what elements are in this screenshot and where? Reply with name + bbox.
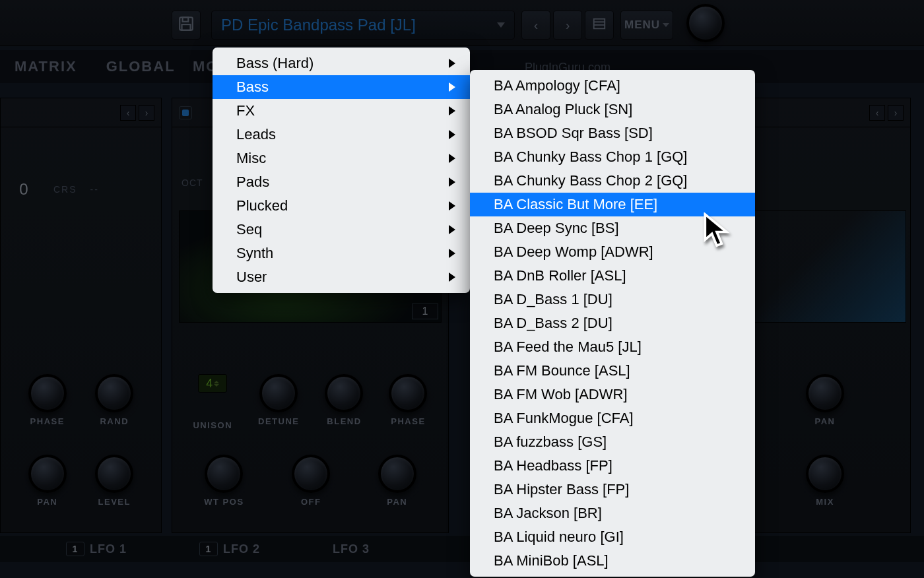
preset-label: BA FM Bounce [ASL] [494, 362, 630, 379]
preset-item[interactable]: BA Hipster Bass [FP] [470, 478, 755, 501]
lfo2-tab[interactable]: LFO 2 [223, 542, 260, 556]
rand-knob[interactable] [95, 374, 133, 412]
submenu-arrow-icon [449, 82, 455, 92]
category-item[interactable]: FX [213, 99, 470, 123]
preset-label: BA Analog Pluck [SN] [494, 101, 632, 118]
pan-knob[interactable] [378, 455, 416, 493]
list-icon [592, 16, 607, 34]
menu-button[interactable]: MENU [620, 11, 673, 40]
preset-item[interactable]: BA MiniBob [ASL] [470, 549, 755, 573]
pan-knob[interactable] [28, 455, 67, 493]
filter-mix-knob[interactable] [806, 455, 844, 493]
preset-list-button[interactable] [585, 11, 614, 40]
lfo3-tab[interactable]: LFO 3 [333, 542, 370, 556]
preset-name-dropdown[interactable]: PD Epic Bandpass Pad [JL] [211, 11, 515, 40]
category-label: Seq [236, 221, 262, 238]
oct-label: OCT [182, 177, 203, 188]
top-bar: PD Epic Bandpass Pad [JL] ‹ › MENU [0, 0, 924, 46]
blend-knob[interactable] [325, 374, 363, 412]
preset-item[interactable]: BA Headbass [FP] [470, 454, 755, 478]
svg-rect-1 [183, 17, 189, 22]
preset-label: BA Ampology [CFA] [494, 77, 620, 94]
knob-label: PAN [37, 497, 57, 507]
preset-label: BA D_Bass 1 [DU] [494, 291, 612, 308]
submenu-arrow-icon [449, 106, 455, 115]
filter-panel: ‹ › PAN MIX [739, 98, 911, 533]
wt-index-value[interactable]: 1 [412, 304, 438, 319]
preset-label: BA Headbass [FP] [494, 457, 612, 474]
category-item[interactable]: User [213, 265, 470, 289]
filter-display[interactable] [744, 210, 906, 323]
unison-stepper[interactable]: 4 [198, 374, 227, 393]
category-item[interactable]: Leads [213, 123, 470, 146]
master-knob[interactable] [686, 4, 726, 44]
osc-panel-left: ‹ › 0 CRS -- PHASE RAND PAN LEVEL [0, 98, 162, 533]
preset-item[interactable]: BA Chunky Bass Chop 2 [GQ] [470, 169, 755, 193]
preset-item[interactable]: BA Chunky Bass Chop 1 [GQ] [470, 145, 755, 169]
detune-knob[interactable] [259, 374, 298, 412]
submenu-arrow-icon [449, 201, 455, 210]
preset-item[interactable]: BA D_Bass 1 [DU] [470, 288, 755, 311]
tab-matrix[interactable]: MATRIX [0, 58, 92, 75]
lfo1-tab[interactable]: LFO 1 [90, 542, 127, 556]
next-preset-button[interactable]: › [553, 11, 582, 40]
knob-label: UNISON [193, 420, 232, 430]
preset-item[interactable]: BA Deep Womp [ADWR] [470, 240, 755, 264]
filter-pan-knob[interactable] [806, 374, 844, 412]
lfo2-count: 1 [199, 542, 218, 556]
panel-prev-button[interactable]: ‹ [120, 105, 136, 121]
phase-knob[interactable] [28, 374, 67, 412]
panel-next-button[interactable]: › [888, 105, 904, 121]
preset-item[interactable]: BA Jackson [BR] [470, 501, 755, 525]
category-label: User [236, 269, 267, 286]
preset-label: BA Deep Sync [BS] [494, 220, 619, 237]
submenu-arrow-icon [449, 249, 455, 258]
preset-item[interactable]: BA FunkMogue [CFA] [470, 406, 755, 430]
submenu-arrow-icon [449, 154, 455, 163]
submenu-arrow-icon [449, 273, 455, 282]
preset-item[interactable]: BA DnB Roller [ASL] [470, 264, 755, 288]
level-knob[interactable] [95, 455, 133, 493]
preset-item[interactable]: BA D_Bass 2 [DU] [470, 311, 755, 335]
preset-label: BA Chunky Bass Chop 1 [GQ] [494, 148, 687, 166]
category-item[interactable]: Pads [213, 170, 470, 194]
knob-label: PAN [387, 497, 407, 507]
chevron-left-icon: ‹ [534, 18, 539, 33]
preset-item[interactable]: BA BSOD Sqr Bass [SD] [470, 121, 755, 145]
category-item[interactable]: Misc [213, 146, 470, 170]
phase-knob[interactable] [389, 374, 427, 412]
unison-value: 4 [206, 375, 213, 392]
preset-item[interactable]: BA Analog Pluck [SN] [470, 98, 755, 121]
wtpos-knob[interactable] [205, 455, 243, 493]
preset-item[interactable]: BA FM Wob [ADWR] [470, 383, 755, 406]
preset-label: BA Feed the Mau5 [JL] [494, 338, 642, 356]
category-item[interactable]: Plucked [213, 194, 470, 218]
preset-item[interactable]: BA Feed the Mau5 [JL] [470, 335, 755, 359]
svg-rect-2 [182, 24, 191, 30]
category-item[interactable]: Bass [213, 75, 470, 99]
preset-label: BA FM Wob [ADWR] [494, 386, 628, 403]
tab-global[interactable]: GLOBAL [92, 58, 190, 75]
knob-label: BLEND [327, 416, 361, 426]
knob-label: PHASE [30, 416, 65, 426]
preset-item[interactable]: BA Deep Sync [BS] [470, 216, 755, 240]
preset-item[interactable]: BA Ampology [CFA] [470, 74, 755, 98]
preset-item[interactable]: BA Classic But More [EE] [470, 193, 755, 216]
submenu-arrow-icon [449, 177, 455, 187]
preset-item[interactable]: BA fuzzbass [GS] [470, 430, 755, 454]
preset-item[interactable]: BA Liquid neuro [GI] [470, 525, 755, 549]
prev-preset-button[interactable]: ‹ [521, 11, 550, 40]
category-item[interactable]: Synth [213, 241, 470, 265]
save-button[interactable] [172, 11, 201, 40]
category-item[interactable]: Bass (Hard) [213, 51, 470, 75]
preset-item[interactable]: BA FM Bounce [ASL] [470, 359, 755, 383]
warp-knob[interactable] [292, 455, 330, 493]
panel-power-toggle[interactable] [179, 106, 192, 119]
preset-label: BA fuzzbass [GS] [494, 434, 607, 451]
preset-label: BA Chunky Bass Chop 2 [GQ] [494, 172, 687, 189]
panel-next-button[interactable]: › [139, 105, 154, 121]
panel-prev-button[interactable]: ‹ [869, 105, 885, 121]
chevron-down-icon [663, 23, 669, 27]
preset-label: BA BSOD Sqr Bass [SD] [494, 125, 653, 142]
category-item[interactable]: Seq [213, 218, 470, 241]
